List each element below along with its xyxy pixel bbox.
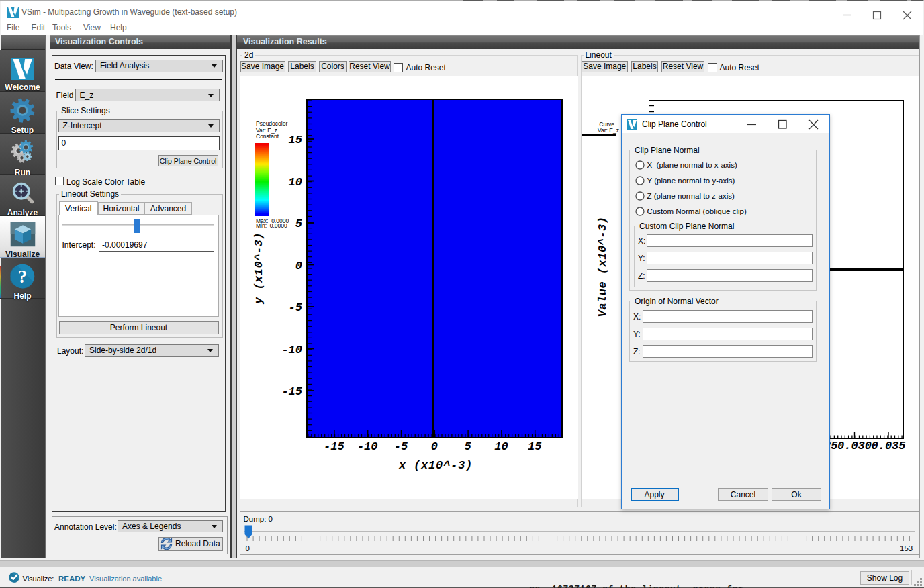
svg-text:?: ? [18, 266, 27, 287]
